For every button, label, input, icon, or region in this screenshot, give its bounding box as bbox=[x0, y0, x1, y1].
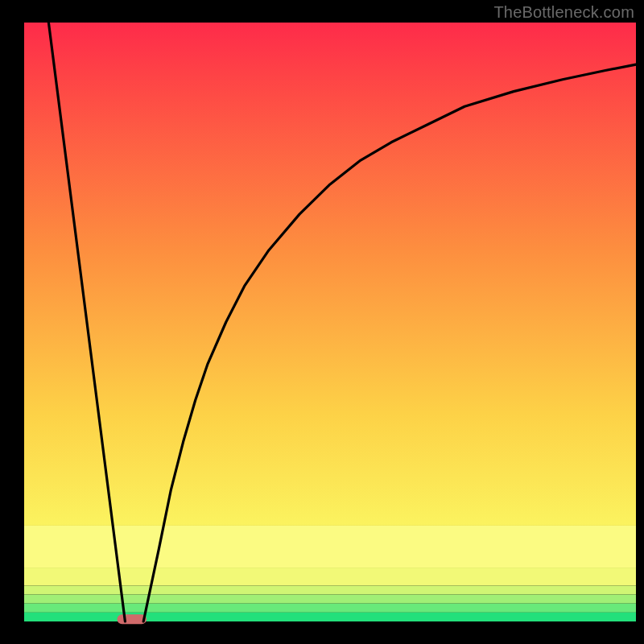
svg-rect-4 bbox=[24, 595, 636, 604]
bottleneck-chart bbox=[0, 0, 644, 644]
svg-rect-0 bbox=[24, 23, 636, 526]
svg-rect-3 bbox=[24, 585, 636, 594]
svg-rect-7 bbox=[118, 614, 147, 624]
chart-frame: TheBottleneck.com bbox=[0, 0, 644, 644]
svg-rect-6 bbox=[24, 613, 636, 621]
watermark-text: TheBottleneck.com bbox=[493, 3, 634, 22]
svg-rect-2 bbox=[24, 568, 636, 585]
svg-rect-5 bbox=[24, 604, 636, 613]
